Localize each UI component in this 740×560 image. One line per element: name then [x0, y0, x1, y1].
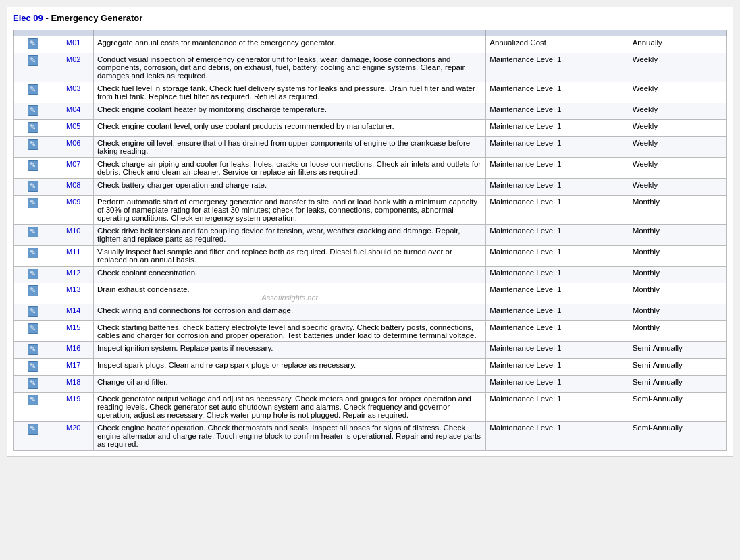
edit-icon[interactable]: [28, 55, 38, 66]
table-row: M11Visually inspect fuel sample and filt…: [14, 246, 727, 267]
row-id-link[interactable]: M19: [66, 395, 80, 403]
row-id-cell: M05: [53, 120, 93, 137]
edit-icon[interactable]: [28, 227, 38, 237]
row-id-link[interactable]: M06: [66, 139, 80, 147]
row-id-link[interactable]: M01: [66, 38, 80, 47]
edit-cell: [14, 137, 53, 158]
table-row: M19Check generator output voltage and ad…: [14, 393, 727, 422]
edit-icon[interactable]: [28, 323, 38, 334]
row-description-cell: Check coolant concentration.: [93, 267, 485, 283]
table-header-row: [14, 30, 727, 36]
edit-icon[interactable]: [28, 84, 38, 95]
row-id-link[interactable]: M13: [66, 285, 80, 293]
table-row: M01Aggregate annual costs for maintenanc…: [14, 36, 727, 53]
row-id-cell: M12: [53, 267, 93, 283]
table-row: M02Conduct visual inspection of emergenc…: [14, 53, 727, 82]
edit-icon[interactable]: [28, 160, 38, 171]
edit-icon[interactable]: [28, 378, 38, 389]
row-id-link[interactable]: M03: [66, 84, 80, 92]
row-id-link[interactable]: M02: [66, 55, 80, 63]
edit-cell: [14, 304, 53, 321]
edit-icon[interactable]: [28, 105, 38, 116]
row-id-link[interactable]: M16: [66, 344, 80, 352]
row-level-cell: Maintenance Level 1: [486, 82, 629, 103]
row-description-cell: Conduct visual inspection of emergency g…: [93, 53, 485, 82]
row-id-link[interactable]: M07: [66, 160, 80, 168]
edit-cell: [14, 393, 53, 422]
row-id-cell: M16: [53, 342, 93, 359]
edit-cell: [14, 179, 53, 196]
row-frequency-cell: Weekly: [629, 179, 726, 196]
row-id-link[interactable]: M15: [66, 323, 80, 331]
row-level-cell: Maintenance Level 1: [486, 196, 629, 225]
row-frequency-cell: Weekly: [629, 137, 726, 158]
row-id-link[interactable]: M20: [66, 424, 80, 432]
row-description-cell: Check wiring and connections for corrosi…: [93, 304, 485, 321]
row-id-link[interactable]: M10: [66, 227, 80, 235]
edit-icon[interactable]: [28, 285, 38, 296]
table-row: M06Check engine oil level, ensure that o…: [14, 137, 727, 158]
edit-icon[interactable]: [28, 139, 38, 150]
row-id-cell: M07: [53, 158, 93, 179]
edit-icon[interactable]: [28, 122, 38, 133]
row-id-cell: M15: [53, 321, 93, 342]
edit-icon[interactable]: [28, 198, 38, 208]
row-level-cell: Maintenance Level 1: [486, 267, 629, 283]
table-row: M14Check wiring and connections for corr…: [14, 304, 727, 321]
row-id-link[interactable]: M08: [66, 181, 80, 189]
row-id-cell: M06: [53, 137, 93, 158]
edit-cell: [14, 82, 53, 103]
row-frequency-cell: Monthly: [629, 225, 726, 246]
row-description-cell: Check engine heater operation. Check the…: [93, 422, 485, 451]
elec09-link[interactable]: Elec 09: [13, 13, 43, 23]
row-id-link[interactable]: M04: [66, 105, 80, 113]
row-frequency-cell: Monthly: [629, 246, 726, 267]
edit-icon[interactable]: [28, 248, 38, 258]
row-frequency-cell: Weekly: [629, 158, 726, 179]
row-frequency-cell: Monthly: [629, 283, 726, 304]
edit-icon[interactable]: [28, 344, 38, 355]
row-level-cell: Maintenance Level 1: [486, 422, 629, 451]
page-container: Elec 09 - Emergency Generator M01Aggrega…: [7, 7, 733, 457]
row-id-link[interactable]: M14: [66, 306, 80, 314]
row-description-cell: Check fuel level in storage tank. Check …: [93, 82, 485, 103]
edit-icon[interactable]: [28, 38, 38, 49]
row-level-cell: Maintenance Level 1: [486, 53, 629, 82]
header-subtitle: Emergency Generator: [51, 13, 142, 23]
table-row: M18Change oil and filter.Maintenance Lev…: [14, 376, 727, 393]
edit-cell: [14, 359, 53, 376]
row-description-cell: Check battery charger operation and char…: [93, 179, 485, 196]
edit-icon[interactable]: [28, 361, 38, 372]
row-description-cell: Check engine coolant level, only use coo…: [93, 120, 485, 137]
row-id-link[interactable]: M18: [66, 378, 80, 386]
row-id-link[interactable]: M09: [66, 198, 80, 206]
row-id-cell: M04: [53, 103, 93, 120]
row-level-cell: Maintenance Level 1: [486, 304, 629, 321]
col-header-frequency: [629, 30, 726, 36]
row-id-link[interactable]: M12: [66, 269, 80, 277]
row-level-cell: Maintenance Level 1: [486, 179, 629, 196]
edit-icon[interactable]: [28, 306, 38, 317]
edit-icon[interactable]: [28, 269, 38, 279]
row-frequency-cell: Semi-Annually: [629, 376, 726, 393]
row-frequency-cell: Semi-Annually: [629, 393, 726, 422]
edit-icon[interactable]: [28, 181, 38, 192]
row-id-link[interactable]: M11: [66, 248, 80, 256]
row-level-cell: Maintenance Level 1: [486, 246, 629, 267]
row-id-link[interactable]: M05: [66, 122, 80, 130]
edit-icon[interactable]: [28, 424, 38, 435]
row-description-cell: Check drive belt tension and fan couplin…: [93, 225, 485, 246]
row-description-cell: Check charge-air piping and cooler for l…: [93, 158, 485, 179]
row-id-link[interactable]: M17: [66, 361, 80, 369]
row-frequency-cell: Semi-Annually: [629, 422, 726, 451]
edit-cell: [14, 120, 53, 137]
row-id-cell: M19: [53, 393, 93, 422]
row-id-cell: M14: [53, 304, 93, 321]
edit-icon[interactable]: [28, 395, 38, 405]
row-description-cell: Inspect spark plugs. Clean and re-cap sp…: [93, 359, 485, 376]
edit-cell: [14, 158, 53, 179]
table-row: M15Check starting batteries, check batte…: [14, 321, 727, 342]
edit-cell: [14, 196, 53, 225]
row-frequency-cell: Weekly: [629, 120, 726, 137]
row-id-cell: M11: [53, 246, 93, 267]
